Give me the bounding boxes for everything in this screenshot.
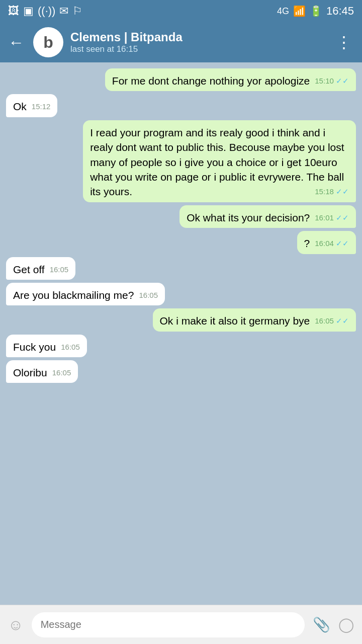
message-ticks: ✓✓: [334, 239, 349, 248]
message-time: 16:05: [139, 290, 158, 300]
header-info: Clemens | Bitpanda last seen at 16:15: [70, 30, 325, 54]
message-time: 15:10 ✓✓: [315, 75, 349, 86]
message-bubble: ?16:04 ✓✓: [297, 231, 356, 254]
message-text: ?: [304, 237, 310, 249]
message-ticks: ✓✓: [334, 76, 349, 85]
status-bar: 🖼 ▣ ((·)) ✉ ⚐ 4G 📶 🔋 16:45: [0, 0, 362, 22]
message-row: Ok i make it also it germany bye16:05 ✓✓: [6, 308, 356, 331]
message-time: 15:18 ✓✓: [315, 186, 349, 197]
status-left: 🖼 ▣ ((·)) ✉ ⚐: [8, 5, 82, 18]
message-bubble: For me dont change nothing yor apologize…: [105, 68, 356, 91]
message-text: Ok i make it also it germany bye: [160, 315, 310, 327]
message-row: Ok what its your decision?16:01 ✓✓: [6, 205, 356, 228]
back-button[interactable]: ←: [6, 31, 26, 54]
avatar: b: [33, 27, 63, 57]
message-bubble: Are you blackmailing me?16:05: [6, 283, 165, 305]
message-bubble: Oloribu16:05: [6, 360, 78, 383]
message-ticks: ✓✓: [334, 316, 349, 325]
message-time: 16:05 ✓✓: [315, 315, 349, 326]
camera-button[interactable]: ◯: [338, 616, 354, 633]
message-text: Fuck you: [13, 341, 56, 353]
message-bubble: Ok15:12: [6, 94, 57, 117]
message-text: Ok: [13, 101, 27, 112]
message-row: Get off16:05: [6, 257, 356, 280]
message-ticks: ✓✓: [334, 213, 349, 222]
message-row: Fuck you16:05: [6, 335, 356, 357]
message-text: Ok what its your decision?: [187, 212, 310, 223]
clock: 16:45: [326, 5, 354, 18]
mail-icon: ✉: [59, 5, 68, 18]
message-row: For me dont change nothing yor apologize…: [6, 68, 356, 91]
message-row: Oloribu16:05: [6, 360, 356, 383]
battery-icon: 🔋: [310, 5, 322, 17]
message-text: I read your program and its realy good i…: [90, 127, 344, 198]
message-row: Are you blackmailing me?16:05: [6, 283, 356, 305]
emoji-button[interactable]: ☺: [8, 616, 24, 633]
shield-icon: ⚐: [72, 5, 82, 18]
attach-button[interactable]: 📎: [313, 616, 330, 633]
message-time: 16:05: [50, 264, 69, 275]
signal-bars-icon: 📶: [293, 5, 306, 17]
chat-area: For me dont change nothing yor apologize…: [0, 62, 362, 605]
message-ticks: ✓✓: [334, 187, 349, 196]
message-bubble: Fuck you16:05: [6, 335, 87, 357]
message-text: Get off: [13, 264, 45, 275]
chat-header: ← b Clemens | Bitpanda last seen at 16:1…: [0, 22, 362, 62]
square-icon: ▣: [23, 5, 34, 18]
message-time: 15:12: [32, 101, 51, 112]
message-text: For me dont change nothing yor apologize: [112, 75, 310, 87]
message-bubble: Ok i make it also it germany bye16:05 ✓✓: [153, 308, 356, 331]
signal-ring-icon: ((·)): [38, 5, 55, 18]
message-time: 16:04 ✓✓: [315, 238, 349, 249]
more-options-button[interactable]: ⋮: [332, 31, 356, 54]
network-type: 4G: [277, 6, 289, 17]
image-icon: 🖼: [8, 5, 19, 18]
message-text: Are you blackmailing me?: [13, 289, 134, 301]
message-row: I read your program and its realy good i…: [6, 120, 356, 202]
message-input-bar: ☺ 📎 ◯: [0, 605, 362, 644]
message-time: 16:05: [61, 342, 80, 352]
message-bubble: Get off16:05: [6, 257, 75, 280]
message-time: 16:01 ✓✓: [315, 212, 349, 223]
message-bubble: Ok what its your decision?16:01 ✓✓: [179, 205, 356, 228]
message-input[interactable]: [32, 612, 305, 637]
message-row: Ok15:12: [6, 94, 356, 117]
message-bubble: I read your program and its realy good i…: [83, 120, 356, 202]
last-seen-status: last seen at 16:15: [70, 44, 325, 54]
status-right: 4G 📶 🔋 16:45: [277, 5, 354, 18]
contact-name: Clemens | Bitpanda: [70, 30, 325, 44]
message-text: Oloribu: [13, 367, 47, 378]
message-time: 16:05: [52, 367, 71, 378]
message-row: ?16:04 ✓✓: [6, 231, 356, 254]
